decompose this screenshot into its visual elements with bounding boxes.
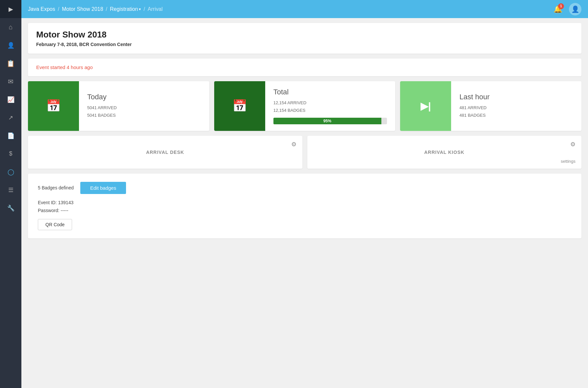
- stat-body-lasthour: Last hour 481 ARRIVED 481 BADGES: [451, 81, 581, 131]
- arrival-desk-card: ⚙ ARRIVAL DESK: [28, 136, 302, 169]
- stat-card-total: 📅 Total 12,154 ARRIVED 12,154 BADGES 95%: [214, 81, 396, 131]
- sidebar-item-list[interactable]: ☰: [0, 181, 21, 199]
- event-header-card: Motor Show 2018 February 7-8, 2018, BCR …: [28, 23, 581, 54]
- stats-row: 📅 Today 5041 ARRIVED 5041 BADGES 📅 Total…: [28, 81, 581, 131]
- edit-badges-button[interactable]: Edit badges: [80, 182, 126, 194]
- sidebar-item-forms[interactable]: 📋: [0, 54, 21, 72]
- arrival-desk-label: ARRIVAL DESK: [146, 150, 184, 155]
- breadcrumb-java-expos[interactable]: Java Expos: [28, 6, 55, 12]
- stat-card-lasthour: ▶| Last hour 481 ARRIVED 481 BADGES: [400, 81, 581, 131]
- breadcrumb-sep-2: /: [106, 6, 107, 12]
- breadcrumb-sep-1: /: [58, 6, 59, 12]
- stat-label-total: Total: [273, 88, 387, 96]
- topbar: Java Expos / Motor Show 2018 / Registrat…: [21, 0, 588, 18]
- progress-bar-fill: 95%: [273, 118, 381, 124]
- sidebar-item-reports[interactable]: 📄: [0, 127, 21, 145]
- sidebar-item-analytics[interactable]: 📈: [0, 90, 21, 109]
- analytics-icon: 📈: [7, 96, 14, 103]
- progress-bar-label: 95%: [323, 119, 331, 123]
- breadcrumb: Java Expos / Motor Show 2018 / Registrat…: [28, 6, 163, 12]
- sidebar-item-navigation[interactable]: ◯: [0, 163, 21, 181]
- alert-text: Event started 4 hours ago: [36, 64, 93, 70]
- event-id-line: Event ID: 139143: [38, 200, 572, 205]
- sidebar-item-mail[interactable]: ✉: [0, 72, 21, 90]
- stat-line-today-2: 5041 BADGES: [87, 111, 201, 119]
- arrival-kiosk-card: ⚙ ARRIVAL KIOSK settings: [307, 136, 582, 169]
- sidebar-item-tools[interactable]: 🔧: [0, 199, 21, 217]
- event-title: Motor Show 2018: [36, 30, 573, 40]
- badges-row: 5 Badges defined Edit badges: [38, 182, 572, 194]
- event-id-value: 139143: [58, 200, 73, 205]
- calendar-icon-today: 📅: [46, 99, 61, 113]
- stat-line-lasthour-2: 481 BADGES: [459, 111, 573, 119]
- stat-line-total-1: 12,154 ARRIVED: [273, 99, 387, 107]
- kiosk-settings-icon[interactable]: ⚙: [570, 141, 575, 148]
- stat-icon-total: 📅: [214, 81, 265, 131]
- sidebar: ▶ ⌂ 👤 📋 ✉ 📈 ↗ 📄 $ ◯ ☰ 🔧: [0, 0, 21, 388]
- password-label: Password:: [38, 208, 59, 213]
- info-card: 5 Badges defined Edit badges Event ID: 1…: [28, 174, 581, 238]
- stat-label-lasthour: Last hour: [459, 93, 573, 101]
- sidebar-item-trends[interactable]: ↗: [0, 109, 21, 127]
- badges-defined-label: 5 Badges defined: [38, 185, 74, 190]
- desk-settings-icon[interactable]: ⚙: [291, 141, 296, 148]
- wrench-icon: 🔧: [7, 205, 14, 212]
- stat-label-today: Today: [87, 93, 201, 101]
- sidebar-item-home[interactable]: ⌂: [0, 18, 21, 36]
- qr-code-button[interactable]: QR Code: [38, 219, 72, 230]
- list-icon: ☰: [8, 186, 13, 194]
- stat-line-total-2: 12,154 BADGES: [273, 107, 387, 114]
- breadcrumb-motor-show[interactable]: Motor Show 2018: [62, 6, 103, 12]
- stat-body-today: Today 5041 ARRIVED 5041 BADGES: [79, 81, 209, 131]
- main-area: Java Expos / Motor Show 2018 / Registrat…: [21, 0, 588, 388]
- dollar-icon: $: [9, 150, 12, 157]
- content: Motor Show 2018 February 7-8, 2018, BCR …: [21, 18, 588, 388]
- mail-icon: ✉: [8, 78, 13, 85]
- event-id-label: Event ID:: [38, 200, 57, 205]
- stat-icon-lasthour: ▶|: [400, 81, 451, 131]
- breadcrumb-sep-3: /: [143, 6, 145, 12]
- password-value: -----: [61, 208, 68, 213]
- calendar-icon-total: 📅: [232, 99, 247, 113]
- breadcrumb-registration-label: Registration: [110, 6, 138, 12]
- password-line: Password: -----: [38, 208, 572, 213]
- stat-line-lasthour-1: 481 ARRIVED: [459, 104, 573, 111]
- stat-icon-today: 📅: [28, 81, 79, 131]
- breadcrumb-registration[interactable]: Registration ▾: [110, 6, 141, 12]
- dropdown-arrow-icon: ▾: [139, 7, 141, 12]
- event-subtitle: February 7-8, 2018, BCR Convention Cente…: [36, 42, 573, 47]
- people-icon: 👤: [7, 42, 14, 49]
- desk-row: ⚙ ARRIVAL DESK ⚙ ARRIVAL KIOSK settings: [28, 136, 581, 169]
- sidebar-toggle[interactable]: ▶: [0, 0, 21, 18]
- kiosk-settings-text[interactable]: settings: [561, 159, 575, 164]
- alert-card: Event started 4 hours ago: [28, 59, 581, 76]
- arrival-kiosk-label: ARRIVAL KIOSK: [424, 150, 464, 155]
- compass-icon: ◯: [8, 168, 14, 176]
- sidebar-item-people[interactable]: 👤: [0, 36, 21, 54]
- topbar-right: 🔔 1 👤: [553, 3, 581, 15]
- forms-icon: 📋: [7, 60, 15, 67]
- stat-line-today-1: 5041 ARRIVED: [87, 104, 201, 111]
- stat-body-total: Total 12,154 ARRIVED 12,154 BADGES 95%: [265, 81, 396, 131]
- chevron-right-icon: ▶: [9, 6, 13, 13]
- user-icon: 👤: [571, 5, 579, 13]
- notification-button[interactable]: 🔔 1: [553, 5, 562, 13]
- trends-icon: ↗: [8, 114, 13, 121]
- next-icon-lasthour: ▶|: [421, 100, 431, 112]
- breadcrumb-arrival: Arrival: [148, 6, 163, 12]
- user-avatar[interactable]: 👤: [569, 3, 581, 15]
- notification-badge: 1: [558, 3, 564, 9]
- home-icon: ⌂: [9, 23, 13, 31]
- reports-icon: 📄: [7, 132, 14, 139]
- progress-bar-container: 95%: [273, 118, 387, 124]
- stat-card-today: 📅 Today 5041 ARRIVED 5041 BADGES: [28, 81, 209, 131]
- sidebar-item-finance[interactable]: $: [0, 145, 21, 163]
